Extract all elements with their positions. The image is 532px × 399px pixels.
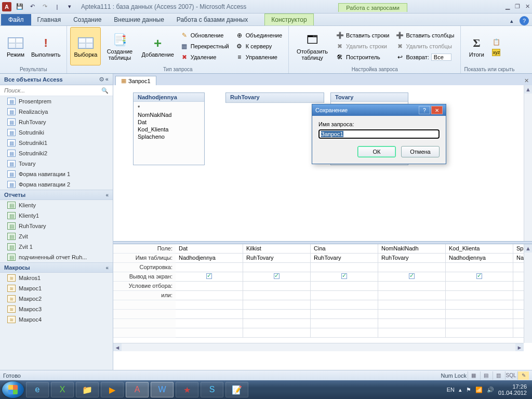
nav-item[interactable]: ▦Tovary xyxy=(0,158,113,169)
close-icon[interactable]: ✕ xyxy=(525,3,530,10)
select-query-button[interactable]: Выборка xyxy=(70,27,101,65)
grid-cell[interactable] xyxy=(243,310,311,319)
cancel-button[interactable]: Отмена xyxy=(401,146,440,157)
qat-redo-icon[interactable]: ↷ xyxy=(39,1,50,12)
tray-network-icon[interactable]: 📶 xyxy=(475,387,483,393)
return-button[interactable]: ↩Возврат: Все xyxy=(395,52,456,62)
grid-cell[interactable] xyxy=(176,300,243,310)
nav-item[interactable]: ▤RuhTovary xyxy=(0,221,113,231)
grid-cell[interactable] xyxy=(311,272,378,282)
grid-cell[interactable] xyxy=(176,328,243,338)
grid-cell[interactable] xyxy=(378,300,446,310)
nav-item[interactable]: ▤Klienty xyxy=(0,200,113,210)
grid-cell[interactable] xyxy=(446,291,513,300)
taskbar-skype[interactable]: S xyxy=(201,382,223,397)
view-pivot-icon[interactable]: ▤ xyxy=(480,371,491,380)
grid-cell[interactable] xyxy=(446,328,513,338)
tab-dbtools[interactable]: Работа с базами данных xyxy=(170,14,254,25)
show-checkbox[interactable] xyxy=(476,273,482,279)
qat-save-icon[interactable]: 💾 xyxy=(14,1,25,12)
show-checkbox[interactable] xyxy=(274,273,280,279)
table-field[interactable]: Kod_Klienta xyxy=(138,126,200,133)
nav-item[interactable]: ▦RuhTovary xyxy=(0,117,113,127)
update-button[interactable]: ✎Обновление xyxy=(179,31,230,40)
grid-cell[interactable]: Dat xyxy=(176,244,243,254)
grid-cell[interactable] xyxy=(378,310,446,319)
grid-cell[interactable] xyxy=(446,319,513,328)
tab-create[interactable]: Создание xyxy=(67,14,108,25)
grid-cell[interactable] xyxy=(311,319,378,328)
passthrough-button[interactable]: ⚙К серверу xyxy=(234,42,283,51)
grid-cell[interactable]: NomNaklNadh xyxy=(378,244,446,254)
taskbar-access[interactable]: A xyxy=(126,382,149,397)
delete-cols-button[interactable]: ✖Удалить столбцы xyxy=(395,42,456,51)
grid-cell[interactable] xyxy=(243,272,311,282)
grid-cell[interactable]: RuhTovary xyxy=(311,254,378,263)
doc-close-icon[interactable]: ✕ xyxy=(521,76,532,85)
grid-cell[interactable] xyxy=(311,291,378,300)
taskbar-word[interactable]: W xyxy=(151,382,174,397)
scroll-up-icon[interactable]: ▲ xyxy=(524,85,532,94)
grid-cell[interactable] xyxy=(378,319,446,328)
tables-canvas[interactable]: Nadhodjennya *NomNaklNadDatKod_KlientaSp… xyxy=(113,85,524,241)
doc-tab[interactable]: ▦ Запрос1 xyxy=(115,76,156,85)
nav-item[interactable]: ≋Макрос2 xyxy=(0,294,113,304)
insert-rows-button[interactable]: ➕Вставить строки xyxy=(335,31,390,40)
show-checkbox[interactable] xyxy=(341,273,347,279)
grid-cell[interactable] xyxy=(311,263,378,272)
table-field[interactable]: Splacheno xyxy=(138,133,200,140)
grid-cell[interactable] xyxy=(176,310,243,319)
view-sql-icon[interactable]: SQL xyxy=(505,371,516,380)
grid-cell[interactable] xyxy=(243,328,311,338)
scroll-right-icon[interactable]: ► xyxy=(515,343,524,351)
qat-undo-icon[interactable]: ↶ xyxy=(26,1,38,12)
mode-button[interactable]: Режим xyxy=(3,27,28,65)
help-icon[interactable]: ? xyxy=(520,16,529,25)
qat-custom-icon[interactable]: ▾ xyxy=(64,1,75,12)
table-nadhodjennya[interactable]: Nadhodjennya *NomNaklNadDatKod_KlientaSp… xyxy=(133,92,205,165)
tray-flag-icon[interactable]: ⚑ xyxy=(466,387,471,393)
tab-design[interactable]: Конструктор xyxy=(264,14,313,25)
tray-clock[interactable]: 17:26 01.04.2012 xyxy=(498,383,527,396)
totals-button[interactable]: Σ Итоги xyxy=(464,27,489,65)
nav-item[interactable]: ▦Форма навигации 2 xyxy=(0,179,113,190)
grid-cell[interactable]: Nadhodjennya xyxy=(176,254,243,263)
grid-cell[interactable]: Kod_Klienta xyxy=(446,244,513,254)
propsheet-button[interactable]: xyz xyxy=(491,48,501,57)
grid-cell[interactable] xyxy=(446,300,513,310)
taskbar-media[interactable]: ▶ xyxy=(101,382,124,397)
nav-item[interactable]: ≋Makros1 xyxy=(0,273,113,283)
grid-cell[interactable] xyxy=(378,263,446,272)
nav-item[interactable]: ≋Макрос3 xyxy=(0,304,113,314)
search-input[interactable] xyxy=(2,86,99,95)
nav-item[interactable]: ▤Klienty1 xyxy=(0,210,113,221)
crosstab-button[interactable]: ▦Перекрестный xyxy=(179,42,230,51)
query-name-input[interactable] xyxy=(318,129,440,139)
grid-cell[interactable] xyxy=(176,263,243,272)
taskbar-ie[interactable]: e xyxy=(26,382,49,397)
ok-button[interactable]: ОК xyxy=(357,146,396,157)
delete-button[interactable]: ✖Удаление xyxy=(179,52,230,62)
nav-dropdown-icon[interactable]: ⊙ « xyxy=(99,76,109,83)
tray-lang[interactable]: EN xyxy=(447,387,455,393)
grid-cell[interactable] xyxy=(446,310,513,319)
grid-cell[interactable] xyxy=(311,300,378,310)
grid-cell[interactable] xyxy=(176,291,243,300)
grid-cell[interactable] xyxy=(176,319,243,328)
grid-vscroll[interactable]: ▲ xyxy=(524,244,532,343)
grid-cell[interactable]: RuhTovary xyxy=(243,254,311,263)
grid-cell[interactable] xyxy=(446,263,513,272)
table-field[interactable]: Dat xyxy=(138,118,200,126)
grid-cell[interactable] xyxy=(378,291,446,300)
taskbar-excel[interactable]: X xyxy=(51,382,74,397)
grid-cell[interactable] xyxy=(311,310,378,319)
view-chart-icon[interactable]: ▥ xyxy=(493,371,504,380)
builder-button[interactable]: 🛠Построитель xyxy=(335,52,390,62)
grid-cell[interactable] xyxy=(378,282,446,291)
ribbon-minimize-icon[interactable]: ▴ xyxy=(507,16,516,25)
restore-icon[interactable]: ❐ xyxy=(515,3,520,10)
nav-item[interactable]: ▦Sotrudniki xyxy=(0,127,113,138)
nav-item[interactable]: ▦Sotrudniki2 xyxy=(0,148,113,158)
view-datasheet-icon[interactable]: ▦ xyxy=(468,371,479,380)
tray-volume-icon[interactable]: 🔊 xyxy=(487,387,494,393)
